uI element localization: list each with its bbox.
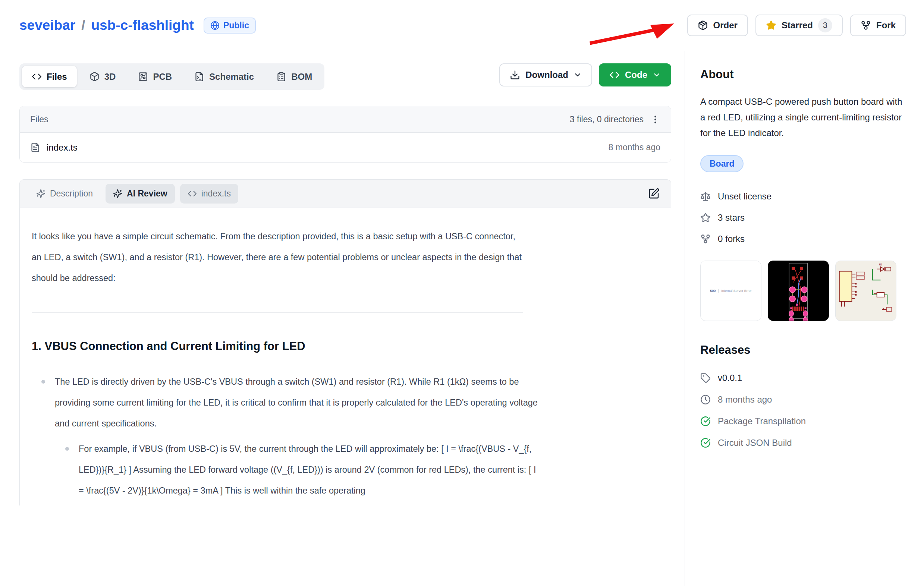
starred-button[interactable]: Starred 3 bbox=[756, 15, 843, 36]
sparkles-icon bbox=[113, 189, 122, 198]
edit-button[interactable] bbox=[646, 186, 662, 202]
header-actions: Order Starred 3 Fork bbox=[687, 15, 906, 36]
repo-breadcrumb: seveibar / usb-c-flashlight Public bbox=[20, 18, 256, 33]
sparkles-icon bbox=[36, 189, 46, 198]
stars-row[interactable]: 3 stars bbox=[700, 207, 903, 228]
review-sub-bullet-list: For example, if VBUS (from USB-C) is 5V,… bbox=[55, 438, 540, 501]
check-circle-icon bbox=[700, 416, 711, 426]
files-card-title: Files bbox=[30, 114, 48, 125]
tab-schematic[interactable]: Schematic bbox=[185, 66, 264, 87]
stars-label: 3 stars bbox=[718, 212, 745, 223]
star-count-badge: 3 bbox=[818, 18, 832, 33]
thumbnail-schematic-preview[interactable]: R1 bbox=[835, 260, 896, 321]
review-intro-paragraph: It looks like you have a simple circuit … bbox=[32, 226, 524, 288]
license-row: Unset license bbox=[700, 186, 903, 207]
tab-bom[interactable]: BOM bbox=[267, 66, 322, 87]
download-button-label: Download bbox=[525, 70, 568, 80]
file-updated-label: 8 months ago bbox=[609, 142, 660, 153]
files-summary: 3 files, 0 directories bbox=[570, 114, 644, 125]
kebab-menu-icon bbox=[650, 114, 660, 125]
review-section-heading: 1. VBUS Connection and Current Limiting … bbox=[32, 339, 659, 354]
file-row-index-ts[interactable]: index.ts 8 months ago bbox=[20, 133, 671, 162]
box-3d-icon bbox=[89, 72, 99, 82]
red-arrow-annotation bbox=[586, 19, 677, 48]
about-title: About bbox=[700, 68, 903, 81]
forks-row[interactable]: 0 forks bbox=[700, 228, 903, 249]
main-column: Files 3D PCB Schematic BOM bbox=[20, 63, 671, 505]
star-icon bbox=[700, 212, 711, 223]
content-card: Description AI Review index.ts It looks … bbox=[20, 179, 671, 505]
scale-icon bbox=[700, 191, 711, 202]
release-version-label: v0.0.1 bbox=[718, 373, 742, 383]
breadcrumb-separator: / bbox=[81, 18, 85, 33]
preview-thumbnails: 500 Internal Server Error bbox=[700, 260, 903, 321]
release-version-row[interactable]: v0.0.1 bbox=[700, 367, 903, 389]
release-age-label: 8 months ago bbox=[718, 394, 772, 405]
review-bullet-list: The LED is directly driven by the USB-C'… bbox=[32, 371, 659, 501]
download-button[interactable]: Download bbox=[499, 63, 592, 87]
code-icon bbox=[609, 70, 620, 80]
tag-board[interactable]: Board bbox=[700, 155, 744, 172]
file-name-label: index.ts bbox=[46, 142, 78, 153]
starred-button-label: Starred bbox=[782, 20, 813, 31]
thumbnail-pcb-preview[interactable] bbox=[768, 260, 829, 321]
tab-index-ts[interactable]: index.ts bbox=[180, 184, 238, 204]
build-transpilation-label: Package Transpilation bbox=[718, 416, 806, 426]
tab-index-ts-label: index.ts bbox=[201, 189, 231, 199]
chevron-down-icon bbox=[574, 71, 582, 79]
code-icon bbox=[32, 72, 42, 82]
review-bullet-text: The LED is directly driven by the USB-C'… bbox=[55, 377, 538, 428]
code-button[interactable]: Code bbox=[599, 63, 671, 87]
visibility-badge-label: Public bbox=[223, 20, 249, 31]
tab-3d-label: 3D bbox=[104, 72, 116, 82]
releases-title: Releases bbox=[700, 343, 903, 357]
release-age-row: 8 months ago bbox=[700, 389, 903, 410]
download-icon bbox=[510, 70, 520, 80]
files-card-header: Files 3 files, 0 directories bbox=[20, 106, 671, 133]
tab-files[interactable]: Files bbox=[22, 66, 77, 87]
view-tab-bar: Files 3D PCB Schematic BOM bbox=[20, 63, 324, 90]
tab-ai-review[interactable]: AI Review bbox=[106, 184, 175, 204]
thumbnail-3d-preview[interactable]: 500 Internal Server Error bbox=[700, 260, 761, 321]
forks-label: 0 forks bbox=[718, 234, 745, 244]
globe-icon bbox=[210, 21, 219, 30]
build-transpilation-row[interactable]: Package Transpilation bbox=[700, 410, 903, 432]
repo-name-link[interactable]: usb-c-flashlight bbox=[91, 18, 193, 33]
tab-ai-review-label: AI Review bbox=[127, 189, 167, 199]
tab-3d[interactable]: 3D bbox=[80, 66, 125, 87]
about-description: A compact USB-C powered push button boar… bbox=[700, 94, 903, 141]
order-button[interactable]: Order bbox=[687, 15, 748, 36]
code-button-label: Code bbox=[625, 70, 647, 80]
tab-bom-label: BOM bbox=[291, 72, 312, 82]
toolbar-row: Files 3D PCB Schematic BOM bbox=[20, 63, 671, 90]
tag-icon bbox=[700, 373, 711, 383]
package-icon bbox=[698, 20, 708, 31]
error-message: Internal Server Error bbox=[721, 289, 752, 293]
content-divider bbox=[32, 313, 523, 313]
files-menu-button[interactable] bbox=[650, 114, 660, 125]
repository-page: seveibar / usb-c-flashlight Public Order… bbox=[0, 0, 924, 586]
build-circuit-json-label: Circuit JSON Build bbox=[718, 438, 792, 448]
files-card: Files 3 files, 0 directories index.ts 8 … bbox=[20, 106, 671, 163]
circuit-board-icon bbox=[138, 72, 148, 82]
star-filled-icon bbox=[766, 20, 776, 31]
page-header: seveibar / usb-c-flashlight Public Order… bbox=[0, 0, 924, 51]
clock-icon bbox=[700, 394, 711, 405]
tab-pcb[interactable]: PCB bbox=[128, 66, 182, 87]
file-terminal-icon bbox=[194, 72, 205, 82]
pcb-preview-art bbox=[768, 260, 828, 321]
tab-description[interactable]: Description bbox=[29, 184, 100, 204]
repo-owner-link[interactable]: seveibar bbox=[20, 18, 75, 33]
svg-text:R1: R1 bbox=[879, 263, 883, 266]
sidebar: About A compact USB-C powered push butto… bbox=[700, 63, 903, 454]
build-circuit-json-row[interactable]: Circuit JSON Build bbox=[700, 432, 903, 454]
check-circle-icon bbox=[700, 438, 711, 448]
chevron-down-icon bbox=[653, 71, 661, 79]
ai-review-content: It looks like you have a simple circuit … bbox=[20, 208, 671, 501]
toolbar-buttons: Download Code bbox=[499, 63, 671, 87]
sidebar-divider bbox=[685, 51, 685, 586]
fork-icon bbox=[861, 20, 871, 31]
visibility-badge: Public bbox=[204, 18, 256, 33]
edit-pencil-icon bbox=[648, 188, 660, 199]
fork-button[interactable]: Fork bbox=[850, 15, 906, 36]
